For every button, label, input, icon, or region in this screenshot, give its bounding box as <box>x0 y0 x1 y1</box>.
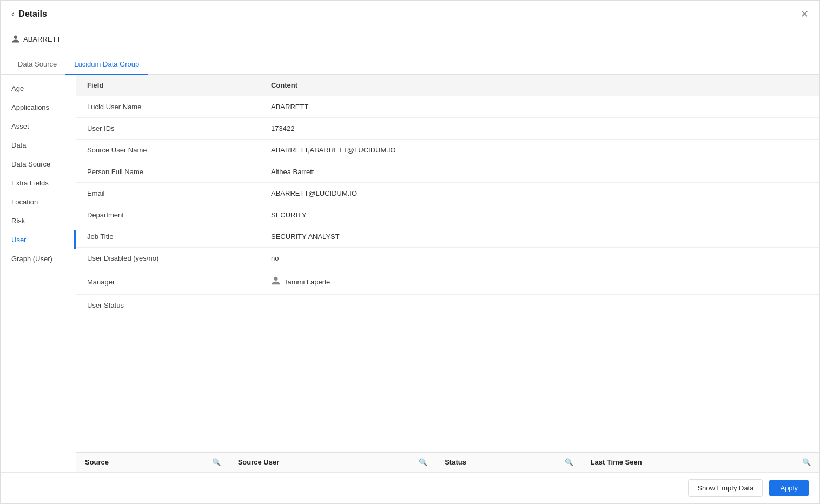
sidebar-item-extra-fields[interactable]: Extra Fields <box>1 174 76 193</box>
table-row: Job Title SECURITY ANALYST <box>76 226 819 248</box>
table-row: User IDs 173422 <box>76 118 819 140</box>
username-label: ABARRETT <box>23 35 61 43</box>
close-button[interactable]: ✕ <box>801 9 809 19</box>
tabs-sidebar-wrapper: Data Source Lucidum Data Group Age Appli… <box>1 50 819 472</box>
sidebar-item-data[interactable]: Data <box>1 136 76 155</box>
status-table-area: Source 🔍 Source User 🔍 <box>76 452 819 472</box>
field-user-ids: User IDs <box>76 118 260 140</box>
data-table: Field Content Lucid User Name ABARRETT U… <box>76 75 819 452</box>
tabs-bar: Data Source Lucidum Data Group <box>1 55 819 75</box>
tab-lucidum-data-group[interactable]: Lucidum Data Group <box>65 55 148 75</box>
content-lucid-user-name: ABARRETT <box>260 96 819 118</box>
content-email: ABARRETT@LUCIDUM.IO <box>260 183 819 204</box>
sidebar-item-graph-user[interactable]: Graph (User) <box>1 249 76 268</box>
table-row: Lucid User Name ABARRETT <box>76 96 819 118</box>
manager-cell: Tammi Laperle <box>271 276 809 288</box>
user-header: ABARRETT <box>1 28 819 50</box>
show-empty-data-button[interactable]: Show Empty Data <box>688 479 763 497</box>
content-person-full-name: Althea Barrett <box>260 161 819 183</box>
field-user-disabled: User Disabled (yes/no) <box>76 248 260 269</box>
field-manager: Manager <box>76 269 260 295</box>
field-email: Email <box>76 183 260 204</box>
field-source-user-name: Source User Name <box>76 140 260 161</box>
content-department: SECURITY <box>260 204 819 226</box>
manager-person-icon <box>271 276 281 288</box>
table-row: Person Full Name Althea Barrett <box>76 161 819 183</box>
field-lucid-user-name: Lucid User Name <box>76 96 260 118</box>
field-job-title: Job Title <box>76 226 260 248</box>
manager-name: Tammi Laperle <box>284 278 330 286</box>
status-col-source: Source 🔍 <box>76 453 229 472</box>
content-source-user-name: ABARRETT,ABARRETT@LUCIDUM.IO <box>260 140 819 161</box>
status-search-icon[interactable]: 🔍 <box>565 458 573 466</box>
sidebar-item-location[interactable]: Location <box>1 193 76 211</box>
status-col-source-user: Source User 🔍 <box>229 453 437 472</box>
table-row: User Status <box>76 295 819 316</box>
content-manager: Tammi Laperle <box>260 269 819 295</box>
content-user-status <box>260 295 819 316</box>
content-area: Age Applications Asset Data Data Source … <box>1 75 819 472</box>
table-row: Department SECURITY <box>76 204 819 226</box>
modal-title-area: ‹ Details <box>11 9 47 19</box>
source-user-search-icon[interactable]: 🔍 <box>419 458 427 466</box>
sidebar-item-age[interactable]: Age <box>1 79 76 98</box>
apply-button[interactable]: Apply <box>769 480 809 496</box>
sidebar-item-user[interactable]: User <box>1 230 76 249</box>
table-row: Email ABARRETT@LUCIDUM.IO <box>76 183 819 204</box>
modal-container: ‹ Details ✕ ABARRETT Data Source Lucidum… <box>0 0 820 504</box>
modal-title: Details <box>18 9 47 19</box>
content-user-ids: 173422 <box>260 118 819 140</box>
sidebar-item-data-source[interactable]: Data Source <box>1 155 76 174</box>
status-col-last-time-seen: Last Time Seen 🔍 <box>582 453 819 472</box>
modal-header: ‹ Details ✕ <box>1 1 819 28</box>
back-button[interactable]: ‹ <box>11 9 14 19</box>
sidebar-nav: Age Applications Asset Data Data Source … <box>1 75 76 472</box>
table-row: Manager Tammi Laperle <box>76 269 819 295</box>
col-header-content: Content <box>260 75 819 96</box>
status-col-status: Status 🔍 <box>436 453 581 472</box>
sidebar-item-applications[interactable]: Applications <box>1 98 76 117</box>
user-icon <box>11 35 20 43</box>
field-department: Department <box>76 204 260 226</box>
content-user-disabled: no <box>260 248 819 269</box>
last-time-seen-search-icon[interactable]: 🔍 <box>802 458 811 466</box>
data-panel: Field Content Lucid User Name ABARRETT U… <box>76 75 819 472</box>
col-header-field: Field <box>76 75 260 96</box>
tab-data-source[interactable]: Data Source <box>9 55 65 75</box>
content-job-title: SECURITY ANALYST <box>260 226 819 248</box>
user-label: ABARRETT <box>11 35 61 43</box>
sidebar-item-asset[interactable]: Asset <box>1 117 76 136</box>
source-search-icon[interactable]: 🔍 <box>212 458 221 466</box>
sidebar-item-risk[interactable]: Risk <box>1 211 76 230</box>
table-row: User Disabled (yes/no) no <box>76 248 819 269</box>
footer-bar: Show Empty Data Apply <box>1 472 819 503</box>
field-person-full-name: Person Full Name <box>76 161 260 183</box>
table-row: Source User Name ABARRETT,ABARRETT@LUCID… <box>76 140 819 161</box>
field-user-status: User Status <box>76 295 260 316</box>
